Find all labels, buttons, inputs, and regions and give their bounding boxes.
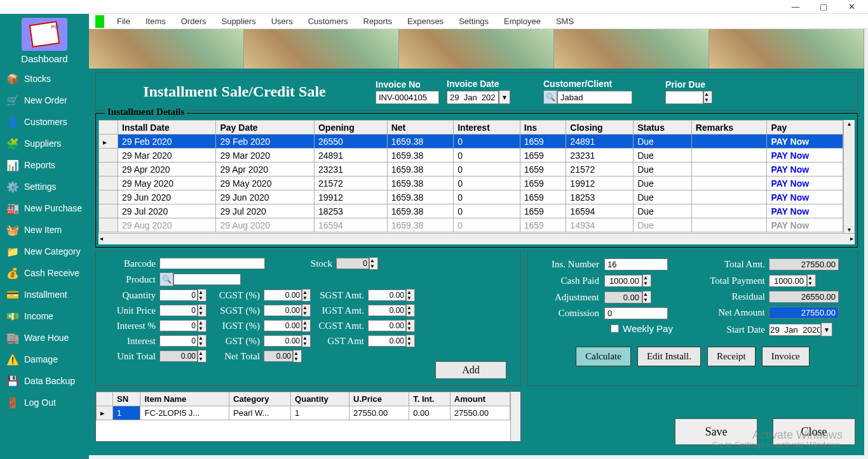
menu-suppliers[interactable]: Suppliers [214,17,263,26]
sidebar-item-new-item[interactable]: 🧺New Item [0,219,89,241]
net-amount-input[interactable] [769,307,839,319]
table-row[interactable]: 29 Apr 202029 Apr 2020232311659.38016592… [99,163,843,176]
product-input[interactable] [173,274,241,285]
spinner-icon[interactable]: ▲▼ [302,319,311,332]
menu-expenses[interactable]: Expenses [400,17,451,26]
total-payment-input[interactable] [769,275,807,287]
weekly-pay-checkbox[interactable] [611,324,619,333]
menu-file[interactable]: File [109,17,138,26]
menu-items[interactable]: Items [138,17,173,26]
table-row[interactable]: 29 Mar 202029 Mar 2020248911659.38016592… [99,149,843,163]
column-header[interactable]: Closing [566,121,634,135]
customer-input[interactable] [557,91,632,104]
column-header[interactable]: U.Price [349,392,409,406]
spinner-icon[interactable]: ▲▼ [198,304,207,317]
calendar-icon[interactable]: ▼ [499,90,510,104]
spinner-icon[interactable]: ▲▼ [807,274,816,287]
gst-amt-input[interactable] [368,335,406,347]
interest-pct-input[interactable] [159,320,198,331]
spinner-icon[interactable]: ▲▼ [198,350,207,363]
spinner-icon[interactable]: ▲▼ [703,91,712,103]
save-button[interactable]: Save [675,418,757,445]
sidebar-item-customers[interactable]: 👤Customers [0,111,89,133]
ins-number-input[interactable] [604,258,668,270]
column-header[interactable]: T. Int. [409,392,451,406]
sidebar-item-new-purchase[interactable]: 🏭New Purchase [0,197,89,219]
spinner-icon[interactable]: ▲▼ [302,304,311,317]
cash-paid-input[interactable] [604,275,642,287]
commission-input[interactable] [604,307,668,319]
spinner-icon[interactable]: ▲▼ [198,335,207,347]
sgst-pct-input[interactable] [264,305,302,316]
prior-due-input[interactable] [665,91,703,104]
pay-now-link[interactable]: PAY Now [767,190,843,204]
items-grid[interactable]: SNItem NameCategoryQuantityU.PriceT. Int… [95,391,521,442]
menu-employee[interactable]: Employee [496,17,548,26]
column-header[interactable]: Status [634,121,692,135]
sidebar-item-reports[interactable]: 📊Reports [0,154,89,176]
spinner-icon[interactable]: ▲▼ [198,289,207,302]
igst-amt-input[interactable] [368,305,406,316]
column-header[interactable]: SN [113,392,140,406]
sidebar-item-cash-receive[interactable]: 💰Cash Receive [0,262,89,284]
start-date-input[interactable] [769,324,821,336]
column-header[interactable]: Category [229,392,291,406]
receipt-button[interactable]: Receipt [707,347,756,366]
gst-pct-input[interactable] [264,335,302,347]
pay-now-link[interactable]: PAY Now [767,176,843,190]
sidebar-item-suppliers[interactable]: 🧩Suppliers [0,133,89,154]
menu-settings[interactable]: Settings [451,17,496,26]
spinner-icon[interactable]: ▲▼ [642,291,651,303]
spinner-icon[interactable]: ▲▼ [369,257,378,270]
column-header[interactable]: Quantity [291,392,349,406]
cgst-amt-input[interactable] [368,320,406,331]
search-icon[interactable]: 🔍 [159,272,173,286]
table-row[interactable]: 29 Aug 202029 Aug 2020165941659.38016591… [99,218,843,232]
sidebar-item-installment[interactable]: 💳Installment [0,284,89,305]
spinner-icon[interactable]: ▲▼ [302,335,311,347]
pay-now-link[interactable]: PAY Now [767,218,843,232]
sidebar-item-new-order[interactable]: 🛒New Order [0,90,89,111]
column-header[interactable]: Item Name [140,392,229,406]
table-row[interactable]: ▸1FC-2LOPI5 J...Pearl W...127550.000.002… [97,406,510,420]
installment-grid[interactable]: Install DatePay DateOpeningNetInterestIn… [98,120,855,244]
sidebar-dashboard[interactable]: Dashboard [0,52,89,68]
invoice-no-input[interactable] [376,91,439,104]
spinner-icon[interactable]: ▲▼ [406,319,415,332]
sidebar-item-stocks[interactable]: 📦Stocks [0,68,89,90]
column-header[interactable]: Net [387,121,454,135]
interest-input[interactable] [159,335,198,347]
table-row[interactable]: 29 May 202029 May 2020215721659.38016591… [99,176,843,190]
menu-sms[interactable]: SMS [548,17,581,26]
column-header[interactable]: Ins [520,121,566,135]
sidebar-item-ware-houe[interactable]: 🏬Ware Houe [0,327,89,349]
maximize-button[interactable]: ▢ [810,2,837,11]
column-header[interactable]: Interest [454,121,520,135]
spinner-icon[interactable]: ▲▼ [642,274,651,287]
column-header[interactable]: Install Date [118,121,216,135]
igst-pct-input[interactable] [264,320,302,331]
spinner-icon[interactable]: ▲▼ [293,350,302,363]
invoice-date-input[interactable] [447,91,499,104]
table-row[interactable]: 29 Jun 202029 Jun 2020199121659.38016591… [99,190,843,204]
table-row[interactable]: 29 Feb 202029 Feb 2020265501659.38016592… [99,135,843,149]
sidebar-item-settings[interactable]: ⚙️Settings [0,176,89,197]
vertical-scrollbar[interactable] [843,120,855,233]
add-button[interactable]: Add [435,361,506,379]
pay-now-link[interactable]: PAY Now [767,204,843,218]
menu-reports[interactable]: Reports [356,17,400,26]
sidebar-item-data-backup[interactable]: 💾Data Backup [0,370,89,392]
unit-price-input[interactable] [159,305,198,316]
minimize-button[interactable]: — [782,2,810,11]
pay-now-link[interactable]: PAY Now [767,135,843,149]
vertical-scrollbar[interactable] [510,392,520,441]
pay-now-link[interactable]: PAY Now [767,149,843,163]
menu-orders[interactable]: Orders [173,17,214,26]
barcode-input[interactable] [159,258,265,269]
sidebar-item-log-out[interactable]: 🚪Log Out [0,392,89,413]
sgst-amt-input[interactable] [368,289,406,301]
spinner-icon[interactable]: ▲▼ [406,335,415,347]
sidebar-item-new-category[interactable]: 📁New Category [0,241,89,262]
spinner-icon[interactable]: ▲▼ [302,289,311,302]
menu-customers[interactable]: Customers [301,17,356,26]
